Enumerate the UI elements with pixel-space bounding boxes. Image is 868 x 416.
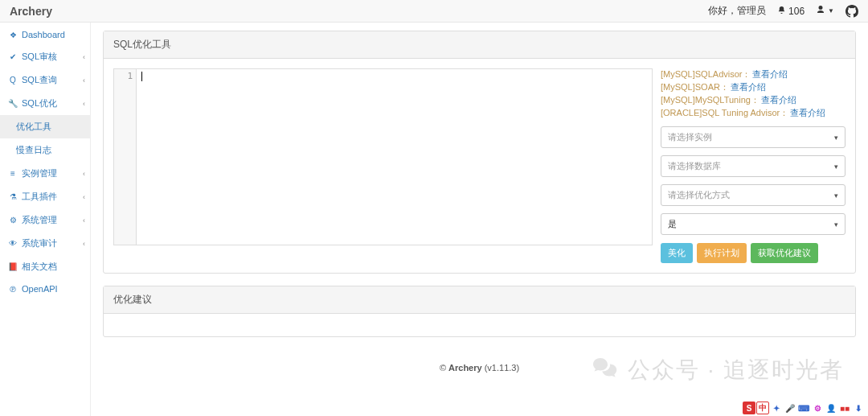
- instance-select[interactable]: 请选择实例▾: [661, 126, 845, 148]
- database-select[interactable]: 请选择数据库▾: [661, 155, 845, 177]
- beautify-button[interactable]: 美化: [661, 243, 693, 263]
- greeting-link[interactable]: 你好，管理员: [708, 4, 766, 18]
- caret-down-icon: ▾: [834, 192, 838, 200]
- caret-down-icon: ▼: [828, 7, 834, 14]
- notification-count: 106: [788, 6, 805, 17]
- user-icon: [816, 5, 825, 17]
- sql-tool-panel: SQL优化工具 1 [MySQL]SQLAdvisor：查看介绍[MySQL]S…: [103, 31, 856, 274]
- eye-icon: 👁: [8, 239, 18, 248]
- github-icon: [845, 5, 858, 18]
- book-icon: 📕: [8, 262, 18, 271]
- sidebar-subitem-优化工具[interactable]: 优化工具: [0, 115, 90, 138]
- ref-link[interactable]: 查看介绍: [790, 108, 825, 117]
- suggestions-panel: 优化建议: [103, 286, 856, 337]
- sidebar-item-相关文档[interactable]: 📕相关文档: [0, 255, 90, 278]
- sidebar-item-sql查询[interactable]: QSQL查询‹: [0, 68, 90, 92]
- chevron-left-icon: ‹: [83, 193, 85, 201]
- sidebar-item-系统审计[interactable]: 👁系统审计‹: [0, 232, 90, 255]
- panel-title: SQL优化工具: [104, 31, 855, 59]
- editor-gutter: 1: [114, 69, 137, 245]
- sidebar-item-label: 优化工具: [16, 121, 51, 133]
- caret-down-icon: ▾: [834, 220, 838, 229]
- sidebar-item-系统管理[interactable]: ⚙系统管理‹: [0, 208, 90, 232]
- sidebar-item-label: OpenAPI: [22, 284, 58, 294]
- user-menu[interactable]: ▼: [816, 5, 834, 17]
- ref-line: [MySQL]SOAR：查看介绍: [661, 81, 845, 93]
- explain-button[interactable]: 执行计划: [697, 243, 747, 263]
- ref-tag: [MySQL]MySQLTuning：: [661, 95, 760, 105]
- sidebar-item-工具插件[interactable]: ⚗工具插件‹: [0, 185, 90, 208]
- sidebar-item-label: 系统审计: [22, 237, 57, 249]
- ref-link[interactable]: 查看介绍: [761, 95, 796, 105]
- caret-down-icon: ▾: [834, 134, 838, 142]
- sidebar-item-openapi[interactable]: ℗OpenAPI: [0, 278, 90, 299]
- dashboard-icon: ❖: [8, 31, 18, 39]
- option-select[interactable]: 是▾: [661, 213, 845, 235]
- ref-line: [MySQL]SQLAdvisor：查看介绍: [661, 68, 845, 80]
- chevron-left-icon: ‹: [83, 100, 85, 108]
- chevron-left-icon: ‹: [83, 76, 85, 84]
- ref-tag: [MySQL]SQLAdvisor：: [661, 69, 751, 79]
- editor-code-area[interactable]: [137, 69, 652, 245]
- sidebar-subitem-慢查日志[interactable]: 慢查日志: [0, 138, 90, 162]
- notifications-link[interactable]: 106: [777, 6, 805, 17]
- ref-link[interactable]: 查看介绍: [731, 82, 766, 92]
- sidebar-item-label: 系统管理: [22, 214, 57, 226]
- sidebar: ❖Dashboard✔SQL审核‹QSQL查询‹🔧SQL优化‹优化工具慢查日志≡…: [0, 23, 91, 416]
- sidebar-item-label: SQL优化: [22, 97, 57, 109]
- ref-line: [ORACLE]SQL Tuning Advisor：查看介绍: [661, 107, 845, 119]
- system-tray: S 中 ✦ 🎤 ⌨ ⚙ 👤 ■■ ⬇: [743, 402, 865, 414]
- footer: © Archery (v1.11.3): [103, 353, 856, 405]
- cogs-icon: ⚙: [8, 216, 18, 224]
- method-select[interactable]: 请选择优化方式▾: [661, 184, 845, 206]
- bell-icon: [777, 6, 786, 17]
- search-icon: Q: [8, 76, 18, 84]
- ref-link[interactable]: 查看介绍: [752, 69, 788, 79]
- sidebar-item-sql审核[interactable]: ✔SQL审核‹: [0, 45, 90, 68]
- sql-editor[interactable]: 1: [113, 68, 653, 245]
- check-icon: ✔: [8, 52, 18, 61]
- sidebar-item-label: 实例管理: [22, 167, 57, 179]
- wrench-icon: 🔧: [8, 99, 18, 108]
- sidebar-item-label: 工具插件: [22, 191, 57, 203]
- suggestions-title: 优化建议: [104, 286, 855, 314]
- advice-button[interactable]: 获取优化建议: [751, 243, 818, 263]
- sidebar-item-sql优化[interactable]: 🔧SQL优化‹: [0, 92, 90, 115]
- sidebar-item-dashboard[interactable]: ❖Dashboard: [0, 24, 90, 45]
- bars-icon: ≡: [8, 169, 18, 178]
- caret-down-icon: ▾: [834, 163, 838, 171]
- flask-icon: ⚗: [8, 192, 18, 201]
- ref-tag: [MySQL]SOAR：: [661, 82, 729, 92]
- ref-line: [MySQL]MySQLTuning：查看介绍: [661, 94, 845, 106]
- app-brand[interactable]: Archery: [10, 5, 52, 18]
- sidebar-item-label: 相关文档: [22, 261, 57, 273]
- sidebar-item-label: SQL查询: [22, 74, 57, 86]
- github-link[interactable]: [845, 5, 858, 18]
- chevron-left-icon: ‹: [83, 53, 85, 61]
- sidebar-item-label: 慢查日志: [16, 144, 51, 156]
- chevron-left-icon: ‹: [83, 216, 85, 224]
- chevron-left-icon: ‹: [83, 170, 85, 178]
- sidebar-item-label: Dashboard: [22, 30, 65, 39]
- sidebar-item-实例管理[interactable]: ≡实例管理‹: [0, 162, 90, 185]
- api-icon: ℗: [8, 285, 18, 294]
- sidebar-item-label: SQL审核: [22, 51, 57, 63]
- chevron-left-icon: ‹: [83, 240, 85, 248]
- ref-tag: [ORACLE]SQL Tuning Advisor：: [661, 108, 788, 117]
